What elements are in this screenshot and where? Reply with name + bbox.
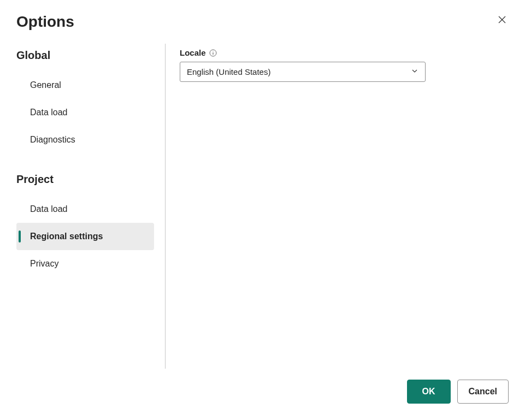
nav-item-global-data-load[interactable]: Data load [16, 99, 154, 126]
close-button[interactable] [495, 13, 509, 26]
options-dialog: Options Global General Data load Diagnos… [0, 0, 525, 420]
chevron-down-icon [411, 67, 418, 77]
nav-item-label: Data load [30, 108, 68, 117]
nav-item-project-data-load[interactable]: Data load [16, 196, 154, 223]
close-icon [498, 15, 506, 24]
nav-item-label: General [30, 80, 61, 90]
ok-button[interactable]: OK [407, 380, 451, 404]
locale-select-value: English (United States) [187, 67, 270, 76]
dialog-title: Options [16, 13, 509, 31]
nav-item-label: Data load [30, 204, 68, 214]
content-pane: Locale English (United States) [166, 44, 509, 369]
section-header-project: Project [16, 173, 165, 186]
nav-item-regional-settings[interactable]: Regional settings [16, 223, 154, 250]
nav-item-privacy[interactable]: Privacy [16, 250, 154, 277]
info-icon[interactable] [209, 49, 217, 57]
locale-label: Locale [180, 48, 206, 57]
svg-point-4 [213, 51, 213, 51]
nav-item-label: Regional settings [30, 232, 103, 241]
nav-item-general[interactable]: General [16, 72, 154, 99]
dialog-body: Global General Data load Diagnostics Pro… [16, 44, 509, 369]
locale-label-row: Locale [180, 48, 509, 57]
sidebar: Global General Data load Diagnostics Pro… [16, 44, 166, 369]
dialog-footer: OK Cancel [16, 380, 509, 404]
nav-item-diagnostics[interactable]: Diagnostics [16, 126, 154, 153]
locale-select[interactable]: English (United States) [180, 62, 426, 82]
section-header-global: Global [16, 49, 165, 62]
cancel-button[interactable]: Cancel [457, 380, 509, 404]
nav-item-label: Diagnostics [30, 135, 75, 144]
nav-item-label: Privacy [30, 259, 58, 268]
